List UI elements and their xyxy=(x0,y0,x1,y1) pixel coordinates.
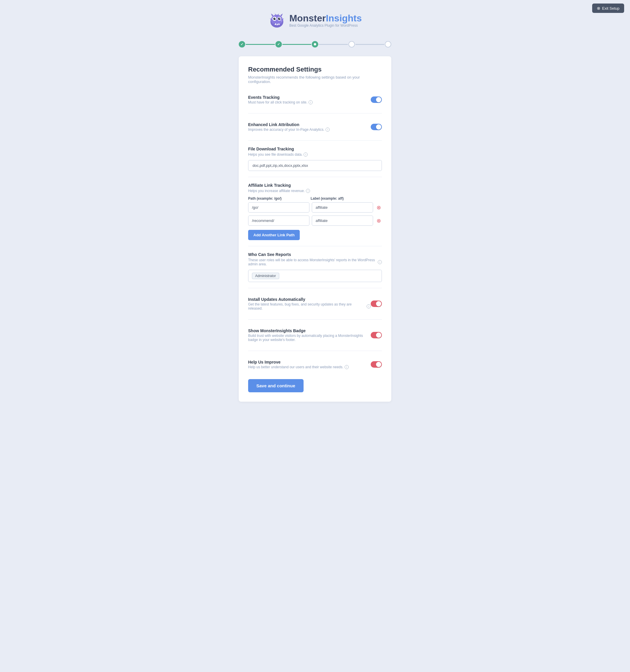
progress-step-4 xyxy=(348,41,355,48)
events-tracking-desc: Must have for all click tracking on site… xyxy=(248,100,371,104)
exit-setup-label: Exit Setup xyxy=(602,6,620,10)
file-download-section: File Download Tracking Helps you see fil… xyxy=(248,147,382,171)
progress-step-3 xyxy=(312,41,318,48)
svg-rect-10 xyxy=(275,23,276,25)
help-improve-desc: Help us better understand our users and … xyxy=(248,365,371,369)
divider-1 xyxy=(248,113,382,114)
divider-3 xyxy=(248,177,382,177)
affiliate-row-1: ⊗ xyxy=(248,202,382,213)
install-updates-info-icon[interactable]: i xyxy=(367,304,371,308)
role-tag-administrator: Administrator xyxy=(252,273,279,279)
install-updates-label: Install Updates Automatically xyxy=(248,297,371,302)
events-tracking-info: Events Tracking Must have for all click … xyxy=(248,95,371,104)
show-badge-label: Show MonsterInsights Badge xyxy=(248,328,371,333)
divider-4 xyxy=(248,246,382,246)
page-subtitle: MonsterInsights recommends the following… xyxy=(248,75,382,84)
logo-title: MonsterInsights xyxy=(289,14,361,23)
affiliate-row-2: ⊗ xyxy=(248,216,382,226)
progress-line-1 xyxy=(246,44,275,45)
events-tracking-row: Events Tracking Must have for all click … xyxy=(248,92,382,107)
divider-2 xyxy=(248,140,382,141)
affiliate-path-header: Path (example: /go/) xyxy=(248,196,308,200)
affiliate-path-input-1[interactable] xyxy=(248,202,309,213)
header: MonsterInsights Best Google Analytics Pl… xyxy=(6,6,624,38)
help-improve-label: Help Us Improve xyxy=(248,360,371,364)
show-badge-row: Show MonsterInsights Badge Build trust w… xyxy=(248,326,382,345)
progress-line-3 xyxy=(319,44,348,45)
step1-check-icon: ✓ xyxy=(240,42,243,46)
svg-rect-12 xyxy=(278,23,280,25)
add-another-link-button[interactable]: Add Another Link Path xyxy=(248,230,300,240)
affiliate-link-section: Affiliate Link Tracking Helps you increa… xyxy=(248,183,382,240)
progress-step-5 xyxy=(385,41,391,48)
show-badge-toggle[interactable] xyxy=(371,332,382,338)
enhanced-link-toggle[interactable] xyxy=(371,124,382,130)
install-updates-desc: Get the latest features, bug fixes, and … xyxy=(248,302,371,311)
help-improve-info-icon[interactable]: i xyxy=(345,365,349,369)
file-download-info-icon[interactable]: i xyxy=(304,152,308,157)
file-download-desc: Helps you see file downloads data. i xyxy=(248,152,382,157)
exit-setup-button[interactable]: ⊗ Exit Setup xyxy=(592,3,624,13)
enhanced-link-desc: Improves the accuracy of your In-Page An… xyxy=(248,127,371,131)
remove-icon-1: ⊗ xyxy=(377,205,381,211)
enhanced-link-row: Enhanced Link Attribution Improves the a… xyxy=(248,119,382,135)
install-updates-toggle[interactable] xyxy=(371,301,382,307)
affiliate-label-input-2[interactable] xyxy=(312,216,373,226)
step2-check-icon: ✓ xyxy=(277,42,280,46)
install-updates-row: Install Updates Automatically Get the la… xyxy=(248,294,382,313)
roles-input-container[interactable]: Administrator xyxy=(248,270,382,282)
help-improve-info: Help Us Improve Help us better understan… xyxy=(248,360,371,369)
who-can-see-desc: These user roles will be able to access … xyxy=(248,258,382,266)
affiliate-remove-button-2[interactable]: ⊗ xyxy=(375,218,382,224)
main-card: Recommended Settings MonsterInsights rec… xyxy=(239,56,391,402)
help-improve-row: Help Us Improve Help us better understan… xyxy=(248,357,382,372)
svg-point-6 xyxy=(275,18,276,19)
logo-container: MonsterInsights Best Google Analytics Pl… xyxy=(6,12,624,29)
progress-bar: ✓ ✓ xyxy=(239,38,391,56)
who-can-see-info-icon[interactable]: i xyxy=(378,260,382,264)
affiliate-headers: Path (example: /go/) Label (example: aff… xyxy=(248,196,382,200)
logo-insights-text: Insights xyxy=(326,13,362,23)
logo-subtitle: Best Google Analytics Plugin for WordPre… xyxy=(289,23,357,28)
show-badge-desc: Build trust with website visitors by aut… xyxy=(248,334,371,342)
who-can-see-label: Who Can See Reports xyxy=(248,252,382,257)
enhanced-link-info: Enhanced Link Attribution Improves the a… xyxy=(248,122,371,131)
remove-icon-2: ⊗ xyxy=(377,218,381,224)
exit-icon: ⊗ xyxy=(597,6,600,10)
affiliate-label-header: Label (example: aff) xyxy=(310,196,370,200)
affiliate-link-info-icon[interactable]: i xyxy=(306,189,310,193)
enhanced-link-label: Enhanced Link Attribution xyxy=(248,122,371,127)
file-download-input[interactable] xyxy=(248,160,382,171)
affiliate-path-input-2[interactable] xyxy=(248,216,309,226)
svg-rect-11 xyxy=(277,24,278,25)
divider-7 xyxy=(248,351,382,351)
save-continue-label: Save and continue xyxy=(256,383,295,388)
events-tracking-info-icon[interactable]: i xyxy=(308,100,313,104)
step3-dot-icon xyxy=(314,43,316,45)
affiliate-link-desc: Helps you increase affiliate revenue. i xyxy=(248,189,382,193)
install-updates-info: Install Updates Automatically Get the la… xyxy=(248,297,371,311)
page-title: Recommended Settings xyxy=(248,66,382,73)
logo-monster-text: Monster xyxy=(289,13,326,23)
affiliate-remove-button-1[interactable]: ⊗ xyxy=(375,205,382,211)
progress-step-2: ✓ xyxy=(275,41,282,48)
svg-point-7 xyxy=(280,18,280,19)
enhanced-link-info-icon[interactable]: i xyxy=(326,127,330,131)
svg-point-1 xyxy=(271,15,283,25)
save-continue-button[interactable]: Save and continue xyxy=(248,379,304,392)
progress-line-4 xyxy=(355,44,384,45)
show-badge-info: Show MonsterInsights Badge Build trust w… xyxy=(248,328,371,342)
who-can-see-section: Who Can See Reports These user roles wil… xyxy=(248,252,382,282)
affiliate-label-input-1[interactable] xyxy=(312,202,373,213)
events-tracking-toggle[interactable] xyxy=(371,96,382,103)
file-download-label: File Download Tracking xyxy=(248,147,382,151)
divider-5 xyxy=(248,288,382,288)
logo-text: MonsterInsights Best Google Analytics Pl… xyxy=(289,14,361,28)
monster-logo-icon xyxy=(268,12,286,29)
progress-step-1: ✓ xyxy=(239,41,245,48)
add-link-label: Add Another Link Path xyxy=(253,233,295,237)
events-tracking-label: Events Tracking xyxy=(248,95,371,100)
help-improve-toggle[interactable] xyxy=(371,361,382,368)
progress-line-2 xyxy=(282,44,311,45)
affiliate-link-label: Affiliate Link Tracking xyxy=(248,183,382,188)
